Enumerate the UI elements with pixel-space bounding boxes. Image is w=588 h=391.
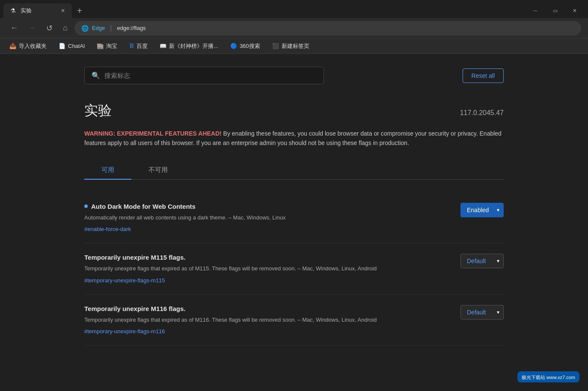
flag-select-auto-dark[interactable]: Default Enabled Disabled	[460, 203, 504, 217]
minimize-button[interactable]: ─	[526, 3, 545, 18]
flag-select-m116[interactable]: Default Enabled Disabled	[460, 305, 504, 320]
search-icon: 🔍	[92, 71, 100, 80]
maximize-button[interactable]: ▭	[545, 3, 565, 18]
bookmark-label: 新建标签页	[282, 42, 309, 50]
flag-link[interactable]: #temporary-unexpire-flags-m116	[84, 328, 165, 335]
bookmark-label: 百度	[137, 42, 148, 50]
flag-description: Temporarily unexpire flags that expired …	[84, 264, 443, 273]
bookmark-import[interactable]: 📥 导入收藏夹	[7, 41, 49, 51]
brand-label: Edge	[92, 25, 105, 31]
bookmark-fengshen[interactable]: 📖 新《封神榜》开播...	[157, 41, 221, 51]
bookmark-label: 新《封神榜》开播...	[169, 42, 218, 50]
flag-select-wrapper: Default Enabled Disabled	[460, 305, 504, 320]
flag-control: Default Enabled Disabled	[460, 203, 504, 217]
warning-highlight: WARNING: EXPERIMENTAL FEATURES AHEAD!	[84, 130, 222, 137]
import-icon: 📥	[9, 43, 16, 49]
flag-name: Temporarily unexpire M116 flags.	[84, 305, 185, 312]
flag-control: Default Enabled Disabled	[460, 254, 504, 268]
tab-available[interactable]: 可用	[84, 161, 131, 179]
address-separator: |	[110, 24, 112, 32]
flags-page: 🔍 Reset all 实验 117.0.2045.47 WARNING: EX…	[59, 54, 529, 358]
flag-title-row: Auto Dark Mode for Web Contents	[84, 203, 443, 210]
flag-item-m116: Temporarily unexpire M116 flags. Tempora…	[84, 295, 504, 346]
bookmark-360[interactable]: 🔵 360搜索	[228, 41, 263, 51]
back-button[interactable]: ←	[7, 22, 21, 34]
taobao-icon: 🏬	[97, 43, 104, 49]
home-button[interactable]: ⌂	[59, 22, 71, 34]
watermark-text: 极光下载站 www.xz7.com	[522, 375, 575, 380]
fengshen-icon: 📖	[160, 43, 166, 49]
tabs-row: 可用 不可用	[84, 161, 504, 180]
360-icon: 🔵	[230, 43, 237, 49]
refresh-button[interactable]: ↺	[43, 22, 56, 35]
tab-unavailable[interactable]: 不可用	[131, 161, 185, 179]
flag-item-auto-dark: Auto Dark Mode for Web Contents Automati…	[84, 193, 504, 244]
flag-info: Temporarily unexpire M116 flags. Tempora…	[84, 305, 443, 335]
page-header: 实验 117.0.2045.47	[84, 101, 504, 120]
search-area: 🔍 Reset all	[84, 67, 504, 84]
reset-all-button[interactable]: Reset all	[463, 68, 504, 83]
close-window-button[interactable]: ✕	[565, 3, 585, 18]
tab-bar: ⚗ 实验 ✕ + ─ ▭ ✕	[0, 0, 588, 18]
new-tab-button[interactable]: +	[74, 6, 86, 16]
flag-select-wrapper: Default Enabled Disabled	[460, 203, 504, 217]
newtab-icon: ⬛	[272, 43, 279, 49]
flag-info: Temporarily unexpire M115 flags. Tempora…	[84, 254, 443, 284]
flag-item-m115: Temporarily unexpire M115 flags. Tempora…	[84, 243, 504, 295]
nav-bar: ← → ↺ ⌂ 🌐 Edge | edge://flags	[0, 18, 588, 39]
window-controls: ─ ▭ ✕	[526, 3, 585, 18]
flag-link[interactable]: #enable-force-dark	[84, 226, 131, 232]
flag-title-row: Temporarily unexpire M116 flags.	[84, 305, 443, 312]
flag-select-m115[interactable]: Default Enabled Disabled	[460, 254, 504, 268]
watermark: 极光下载站 www.xz7.com	[517, 371, 579, 382]
bookmark-taobao[interactable]: 🏬 淘宝	[94, 41, 120, 51]
browser-chrome: ⚗ 实验 ✕ + ─ ▭ ✕ ← → ↺ ⌂ 🌐 Edge | edge://f…	[0, 0, 588, 54]
bookmarks-bar: 📥 导入收藏夹 📄 ChatAl 🏬 淘宝 百 百度 📖 新《封神榜》开播...…	[0, 39, 588, 54]
version-number: 117.0.2045.47	[460, 109, 504, 117]
bookmark-label: 360搜索	[240, 42, 260, 50]
page-content: 🔍 Reset all 实验 117.0.2045.47 WARNING: EX…	[0, 54, 588, 391]
flag-select-wrapper: Default Enabled Disabled	[460, 254, 504, 268]
flag-control: Default Enabled Disabled	[460, 305, 504, 320]
search-input[interactable]	[104, 72, 317, 79]
flag-name: Auto Dark Mode for Web Contents	[91, 203, 196, 210]
chatai-icon: 📄	[59, 43, 65, 49]
page-title: 实验	[84, 101, 112, 120]
address-bar[interactable]: 🌐 Edge | edge://flags	[74, 21, 581, 36]
active-tab[interactable]: ⚗ 实验 ✕	[3, 3, 72, 18]
bookmark-label: 导入收藏夹	[19, 42, 47, 50]
flag-description: Temporarily unexpire flags that expired …	[84, 316, 443, 324]
flag-name: Temporarily unexpire M115 flags.	[84, 254, 185, 261]
bookmark-chatai[interactable]: 📄 ChatAl	[56, 42, 87, 50]
forward-button[interactable]: →	[25, 22, 39, 34]
address-url: edge://flags	[117, 25, 146, 31]
warning-text: WARNING: EXPERIMENTAL FEATURES AHEAD! By…	[84, 129, 504, 148]
edge-icon: 🌐	[81, 25, 89, 32]
tab-title: 实验	[21, 7, 57, 15]
bookmark-label: ChatAl	[68, 43, 85, 49]
tab-close-button[interactable]: ✕	[61, 8, 65, 14]
tab-favicon: ⚗	[10, 7, 17, 14]
baidu-icon: 百	[129, 43, 134, 49]
flag-info: Auto Dark Mode for Web Contents Automati…	[84, 203, 443, 233]
flag-description: Automatically render all web contents us…	[84, 213, 443, 222]
search-box: 🔍	[84, 67, 324, 84]
bookmark-baidu[interactable]: 百 百度	[127, 41, 150, 51]
flag-dot	[84, 204, 88, 208]
flag-title-row: Temporarily unexpire M115 flags.	[84, 254, 443, 261]
bookmark-newtab[interactable]: ⬛ 新建标签页	[270, 41, 312, 51]
bookmark-label: 淘宝	[106, 42, 117, 50]
flag-link[interactable]: #temporary-unexpire-flags-m115	[84, 277, 165, 284]
